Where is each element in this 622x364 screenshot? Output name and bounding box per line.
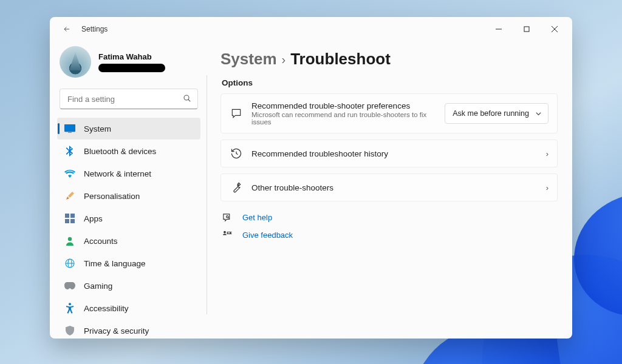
main-content: System › Troubleshoot Options Recommende… xyxy=(207,41,572,339)
settings-window: Settings Fatima Wahab Syst xyxy=(50,17,572,339)
nav-label: Apps xyxy=(84,214,103,223)
nav-label: Privacy & security xyxy=(84,326,149,335)
svg-rect-8 xyxy=(68,132,72,133)
history-icon xyxy=(230,147,243,160)
svg-rect-12 xyxy=(70,219,75,223)
svg-point-18 xyxy=(227,216,228,218)
card-troubleshooter-history[interactable]: Recommended troubleshooter history › xyxy=(220,140,558,167)
card-title: Recommended trouble-shooter preferences xyxy=(251,101,436,110)
wrench-icon xyxy=(230,181,243,194)
preferences-dropdown[interactable]: Ask me before running xyxy=(445,103,549,124)
chevron-right-icon: › xyxy=(546,149,549,158)
svg-line-5 xyxy=(188,99,190,101)
search-icon xyxy=(182,93,192,103)
nav-item-accounts[interactable]: Accounts xyxy=(57,230,200,252)
nav-label: Accounts xyxy=(84,237,118,246)
section-heading: Options xyxy=(222,78,558,87)
svg-rect-6 xyxy=(64,124,75,132)
nav-label: Bluetooth & devices xyxy=(84,147,156,156)
globe-icon xyxy=(64,258,75,269)
back-button[interactable] xyxy=(58,21,75,38)
user-profile[interactable]: Fatima Wahab xyxy=(57,45,200,86)
chevron-right-icon: › xyxy=(282,53,286,67)
svg-point-20 xyxy=(224,231,226,234)
nav-item-time-language[interactable]: Time & language xyxy=(57,252,200,274)
accessibility-icon xyxy=(64,303,75,314)
get-help-link[interactable]: Get help xyxy=(222,212,558,223)
link-label: Get help xyxy=(242,213,272,222)
apps-icon xyxy=(64,213,75,224)
nav-list: System Bluetooth & devices Network & int… xyxy=(57,118,200,339)
nav-item-apps[interactable]: Apps xyxy=(57,207,200,229)
search-box[interactable] xyxy=(60,89,198,109)
nav-item-accessibility[interactable]: Accessibility xyxy=(57,297,200,319)
svg-point-17 xyxy=(69,303,71,305)
sidebar: Fatima Wahab System Bluetooth & devices xyxy=(50,41,207,339)
system-icon xyxy=(64,123,75,134)
chevron-down-icon xyxy=(535,110,542,117)
nav-item-system[interactable]: System xyxy=(57,118,200,140)
svg-rect-1 xyxy=(524,27,529,32)
shield-icon xyxy=(64,325,75,336)
minimize-icon xyxy=(496,26,502,32)
maximize-icon xyxy=(524,26,530,32)
help-icon xyxy=(222,212,233,223)
nav-label: Time & language xyxy=(84,259,146,268)
card-subtitle: Microsoft can recommend and run trouble-… xyxy=(251,111,436,126)
give-feedback-link[interactable]: Give feedback xyxy=(222,230,558,240)
close-icon xyxy=(552,26,558,32)
page-title: Troubleshoot xyxy=(290,50,391,69)
nav-item-gaming[interactable]: Gaming xyxy=(57,275,200,297)
titlebar: Settings xyxy=(50,17,572,41)
gamepad-icon xyxy=(64,280,75,291)
nav-label: Network & internet xyxy=(84,169,151,178)
nav-label: Gaming xyxy=(84,281,112,291)
card-other-troubleshooters[interactable]: Other trouble-shooters › xyxy=(220,174,558,201)
app-title: Settings xyxy=(81,25,108,33)
svg-point-13 xyxy=(68,237,72,241)
svg-point-4 xyxy=(184,95,189,100)
svg-rect-9 xyxy=(65,214,69,218)
wifi-icon xyxy=(64,168,75,179)
svg-rect-10 xyxy=(70,214,75,218)
link-label: Give feedback xyxy=(242,231,293,240)
chevron-right-icon: › xyxy=(546,183,549,192)
avatar xyxy=(60,46,91,78)
person-icon xyxy=(64,235,75,246)
nav-item-privacy[interactable]: Privacy & security xyxy=(57,320,200,339)
user-name: Fatima Wahab xyxy=(98,52,165,61)
chat-icon xyxy=(230,107,243,120)
user-email-redacted xyxy=(98,64,165,72)
card-title: Other trouble-shooters xyxy=(251,183,538,192)
card-troubleshooter-preferences[interactable]: Recommended trouble-shooter preferences … xyxy=(220,93,558,133)
svg-rect-11 xyxy=(65,219,69,223)
breadcrumb-parent[interactable]: System xyxy=(220,50,277,69)
svg-line-19 xyxy=(228,218,229,218)
bluetooth-icon xyxy=(64,146,75,157)
brush-icon xyxy=(64,190,75,201)
close-button[interactable] xyxy=(541,19,569,39)
search-input[interactable] xyxy=(60,89,198,109)
nav-item-network[interactable]: Network & internet xyxy=(57,163,200,184)
dropdown-value: Ask me before running xyxy=(453,109,529,118)
feedback-icon xyxy=(222,230,233,240)
nav-item-bluetooth[interactable]: Bluetooth & devices xyxy=(57,140,200,162)
card-title: Recommended troubleshooter history xyxy=(251,149,538,158)
breadcrumb: System › Troubleshoot xyxy=(220,50,558,69)
maximize-button[interactable] xyxy=(513,19,541,39)
arrow-left-icon xyxy=(63,25,71,33)
nav-label: Accessibility xyxy=(84,304,129,313)
nav-item-personalisation[interactable]: Personalisation xyxy=(57,185,200,207)
nav-label: System xyxy=(84,124,111,133)
minimize-button[interactable] xyxy=(485,19,513,39)
nav-label: Personalisation xyxy=(84,192,140,201)
